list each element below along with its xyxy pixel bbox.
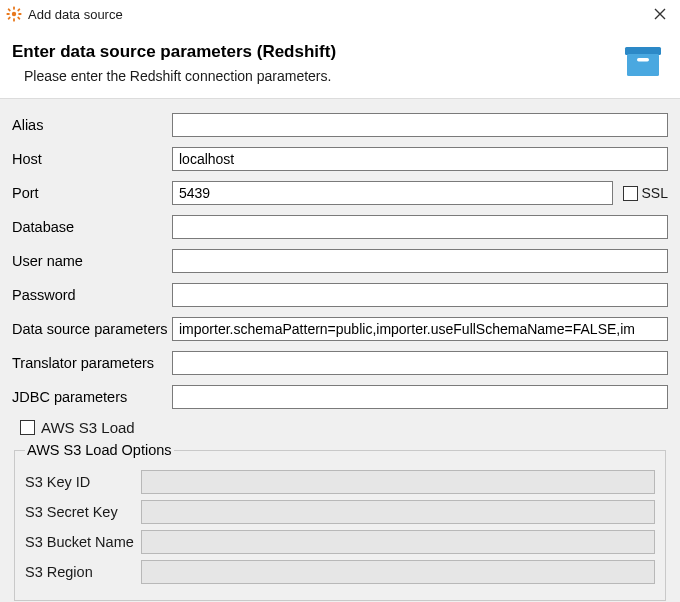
jdbc-label: JDBC parameters [12,389,172,405]
username-label: User name [12,253,172,269]
gear-icon [6,6,22,22]
page-subtitle: Please enter the Redshift connection par… [24,68,622,84]
form-area: Alias Host Port SSL Database User name [0,99,680,602]
dsparams-input[interactable] [172,317,668,341]
svg-rect-4 [18,13,21,15]
header: Enter data source parameters (Redshift) … [0,28,680,98]
translator-label: Translator parameters [12,355,172,371]
dsparams-label: Data source parameters [12,321,172,337]
host-input[interactable] [172,147,668,171]
password-label: Password [12,287,172,303]
close-button[interactable] [650,4,670,24]
s3-secret-label: S3 Secret Key [25,504,141,520]
password-input[interactable] [172,283,668,307]
database-label: Database [12,219,172,235]
translator-input[interactable] [172,351,668,375]
svg-rect-10 [627,54,659,76]
ssl-checkbox[interactable] [623,186,638,201]
svg-point-0 [12,12,16,16]
titlebar: Add data source [0,0,680,28]
svg-rect-5 [7,8,11,12]
svg-rect-6 [17,16,21,20]
s3-region-input [141,560,655,584]
aws-s3-load-checkbox[interactable] [20,420,35,435]
s3-key-id-label: S3 Key ID [25,474,141,490]
jdbc-input[interactable] [172,385,668,409]
svg-rect-3 [7,13,10,15]
svg-rect-8 [17,8,21,12]
s3-region-label: S3 Region [25,564,141,580]
username-input[interactable] [172,249,668,273]
s3-secret-input [141,500,655,524]
aws-s3-options-legend: AWS S3 Load Options [25,442,174,458]
svg-rect-7 [7,16,11,20]
storage-box-icon [622,40,664,80]
alias-input[interactable] [172,113,668,137]
dialog-title: Add data source [28,7,123,22]
svg-rect-1 [13,7,15,10]
svg-rect-11 [637,58,649,61]
s3-bucket-label: S3 Bucket Name [25,534,141,550]
svg-rect-9 [625,47,661,55]
svg-rect-2 [13,18,15,21]
host-label: Host [12,151,172,167]
database-input[interactable] [172,215,668,239]
page-title: Enter data source parameters (Redshift) [12,42,622,62]
add-data-source-dialog: Add data source Enter data source parame… [0,0,680,602]
aws-s3-load-label: AWS S3 Load [41,419,135,436]
alias-label: Alias [12,117,172,133]
s3-bucket-input [141,530,655,554]
s3-key-id-input [141,470,655,494]
aws-s3-options-group: AWS S3 Load Options S3 Key ID S3 Secret … [14,442,666,601]
ssl-label: SSL [642,185,668,201]
port-input[interactable] [172,181,613,205]
port-label: Port [12,185,172,201]
